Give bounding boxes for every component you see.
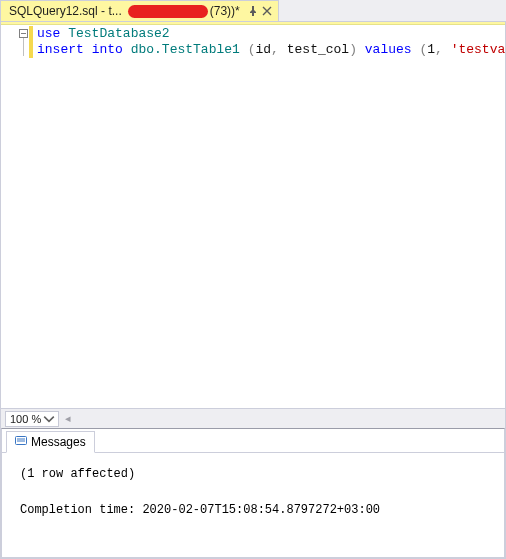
pin-icon[interactable] [246, 4, 260, 18]
val-num: 1 [427, 42, 435, 57]
kw-values: values [365, 42, 412, 57]
code-content: use TestDatabase2 insert into dbo.TestTa… [1, 25, 505, 408]
kw-use: use [37, 26, 60, 41]
results-pane: Messages (1 row affected) Completion tim… [1, 428, 505, 558]
chevron-down-icon[interactable] [43, 413, 55, 425]
kw-insert: insert [37, 42, 84, 57]
zoom-combo[interactable]: 100 % [5, 411, 59, 427]
close-icon[interactable] [260, 4, 274, 18]
document-tab-bar: SQLQuery12.sql - t... (73))* [0, 0, 506, 22]
msg-completion-time: Completion time: 2020-02-07T15:08:54.879… [20, 503, 380, 517]
editor-footer-strip: 100 % ◂ [1, 408, 505, 428]
tab-title-suffix: (73))* [210, 4, 240, 18]
val-str: 'testval1' [451, 42, 505, 57]
messages-tab[interactable]: Messages [6, 431, 95, 453]
zoom-value: 100 % [10, 413, 41, 425]
collapse-toggle-icon[interactable] [19, 29, 28, 38]
dbname: TestDatabase2 [68, 26, 169, 41]
change-indicator [29, 26, 33, 58]
messages-icon [15, 435, 27, 450]
tab-title-prefix: SQLQuery12.sql - t... [9, 4, 122, 18]
col-id: id [256, 42, 272, 57]
col-testcol: test_col [287, 42, 349, 57]
active-document-tab[interactable]: SQLQuery12.sql - t... (73))* [0, 0, 279, 21]
messages-output[interactable]: (1 row affected) Completion time: 2020-0… [2, 453, 504, 557]
messages-tab-label: Messages [31, 435, 86, 449]
kw-into: into [92, 42, 123, 57]
outline-guide [23, 38, 24, 56]
splitter-grip-icon[interactable]: ◂ [65, 412, 71, 425]
redacted-region [128, 5, 208, 18]
msg-rows-affected: (1 row affected) [20, 467, 135, 481]
table-name: dbo.TestTable1 [131, 42, 240, 57]
editor-pane: use TestDatabase2 insert into dbo.TestTa… [0, 22, 506, 559]
sql-editor[interactable]: use TestDatabase2 insert into dbo.TestTa… [1, 25, 505, 408]
results-tab-strip: Messages [2, 429, 504, 453]
